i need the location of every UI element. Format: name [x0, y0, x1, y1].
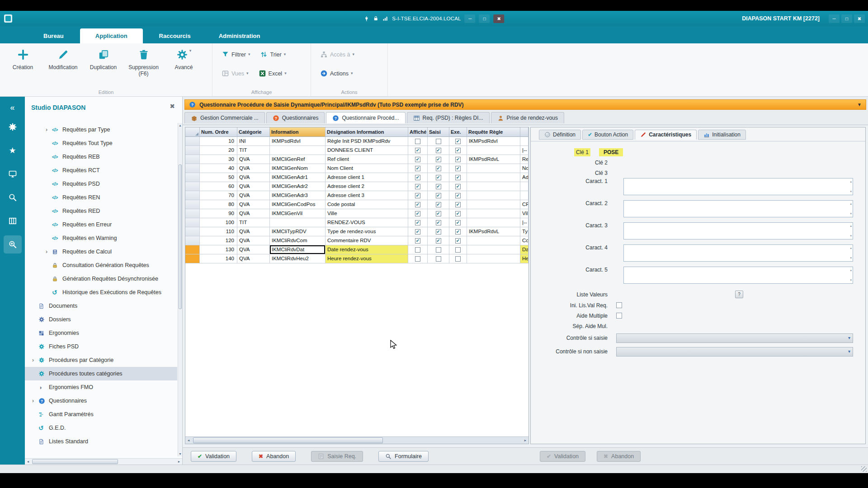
checkbox-checked[interactable]: ✔: [455, 157, 461, 162]
monitor-icon[interactable]: [4, 165, 22, 183]
abandon-button[interactable]: ✖Abandon: [597, 451, 641, 462]
grid-cell-exe[interactable]: ✔: [449, 227, 467, 236]
sidebar-item-gantt-param-tr-s[interactable]: Gantt Paramétrés: [25, 408, 177, 421]
grid-cell-ordre[interactable]: 30: [200, 155, 237, 164]
grid-cell-ordre[interactable]: 110: [200, 227, 237, 236]
grid-cell-categorie[interactable]: INI: [237, 137, 270, 146]
grid-cell-exe[interactable]: ✔: [449, 173, 467, 182]
checkbox-checked[interactable]: ✔: [455, 238, 461, 244]
grid-cell-extra[interactable]: Co: [520, 236, 528, 245]
validation-button[interactable]: ✔Validation: [191, 451, 236, 462]
grid-cell-ordre[interactable]: 40: [200, 164, 237, 173]
checkbox-checked[interactable]: ✔: [415, 157, 420, 162]
rdp-restore-button[interactable]: □: [479, 14, 490, 23]
grid-cell-ordre[interactable]: 100: [200, 218, 237, 227]
columns-icon[interactable]: [4, 212, 22, 230]
grid-cell-aff[interactable]: ✔: [408, 200, 428, 209]
grid-cell-sai[interactable]: ✔: [428, 191, 449, 200]
grid-cell-sai[interactable]: ✔: [428, 209, 449, 218]
row-selector[interactable]: [185, 164, 200, 173]
sidebar-item-ergonomies-fmo[interactable]: ◑Ergonomies FMO: [25, 380, 177, 394]
checkbox-checked[interactable]: ✔: [455, 184, 461, 189]
dropdown[interactable]: ▾: [616, 347, 853, 357]
close-button[interactable]: ✖: [854, 14, 865, 23]
checkbox-checked[interactable]: ✔: [455, 139, 461, 144]
grid-cell-aff[interactable]: ✔: [408, 209, 428, 218]
sidebar-item-historique-des-ex-cutions-de-requ-tes[interactable]: ↺Historique des Exécutions de Requêtes: [25, 286, 177, 299]
grid-cell-designation[interactable]: Nom Client: [326, 164, 408, 173]
chevron-down-icon[interactable]: ▼: [857, 102, 862, 107]
dropdown[interactable]: ▾: [616, 333, 853, 343]
grid-cell-extra[interactable]: [520, 137, 528, 146]
grid-cell-sai[interactable]: ✔: [428, 146, 449, 155]
grid-cell-designation[interactable]: DONNEES CLIENT: [326, 146, 408, 155]
grid-cell-sai[interactable]: ✔: [428, 236, 449, 245]
grid-cell-aff[interactable]: [408, 254, 428, 263]
checkbox-checked[interactable]: ✔: [455, 220, 461, 225]
grid-cell-information[interactable]: IKMCliGenAdr2: [270, 182, 326, 191]
grid-cell-sai[interactable]: [428, 254, 449, 263]
grid-cell-extra[interactable]: CP: [520, 200, 528, 209]
checkbox-checked[interactable]: ✔: [455, 211, 461, 216]
grid-cell-categorie[interactable]: TIT: [237, 146, 270, 155]
grid-cell-information[interactable]: [270, 146, 326, 155]
grid-cell-information[interactable]: IKMCliGenRef: [270, 155, 326, 164]
row-selector[interactable]: [185, 155, 200, 164]
validation-button[interactable]: ✔Validation: [540, 451, 585, 462]
grid-cell-regle[interactable]: IKMPsdRdvL: [467, 155, 520, 164]
checkbox-unchecked[interactable]: [436, 247, 441, 253]
checkbox-checked[interactable]: ✔: [436, 229, 441, 235]
spin-down-icon[interactable]: ▾: [850, 234, 852, 238]
row-selector[interactable]: [185, 236, 200, 245]
grid-cell-categorie[interactable]: QVA: [237, 173, 270, 182]
sidebar-item-documents[interactable]: Documents: [25, 299, 177, 313]
grid-cell-regle[interactable]: [467, 164, 520, 173]
avanc-button[interactable]: ▾Avancé: [164, 47, 204, 77]
detail-tab-initialisation[interactable]: Initialisation: [698, 130, 746, 140]
checkbox-checked[interactable]: ✔: [436, 220, 441, 225]
checkbox-checked[interactable]: ✔: [455, 202, 461, 207]
checkbox-checked[interactable]: ✔: [455, 229, 461, 235]
checkbox-checked[interactable]: ✔: [436, 238, 441, 244]
grid-cell-regle[interactable]: [467, 245, 520, 254]
minimize-button[interactable]: ─: [829, 14, 840, 23]
checkbox-unchecked[interactable]: [415, 256, 420, 262]
grid-cell-regle[interactable]: [467, 236, 520, 245]
grid-cell-exe[interactable]: ✔: [449, 191, 467, 200]
grid-cell-categorie[interactable]: QVA: [237, 155, 270, 164]
grid-cell-aff[interactable]: ✔: [408, 182, 428, 191]
checkbox-checked[interactable]: ✔: [436, 148, 441, 153]
grid-cell-categorie[interactable]: QVA: [237, 164, 270, 173]
detail-tab-d-finition[interactable]: Définition: [539, 130, 581, 140]
vues-button[interactable]: Vues▾: [222, 70, 249, 77]
checkbox-unchecked[interactable]: [455, 256, 461, 262]
text-area[interactable]: ▴▾: [623, 200, 853, 217]
grid-cell-exe[interactable]: ✔: [449, 146, 467, 155]
menu-tab-bureau[interactable]: Bureau: [32, 28, 75, 43]
row-selector[interactable]: [185, 137, 200, 146]
column-header-num-ordre[interactable]: Num. Ordre: [200, 127, 237, 137]
help-button[interactable]: ?: [735, 291, 743, 298]
checkbox-checked[interactable]: ✔: [436, 211, 441, 216]
grid-cell-designation[interactable]: Adresse client 1: [326, 173, 408, 182]
grid-cell-sai[interactable]: ✔: [428, 182, 449, 191]
checkbox-checked[interactable]: ✔: [455, 193, 461, 198]
sidebar-item-consultation-g-n-ration-requ-tes[interactable]: Consultation Génération Requêtes: [25, 258, 177, 272]
row-selector[interactable]: [185, 209, 200, 218]
row-selector[interactable]: [185, 254, 200, 263]
grid-horizontal-scrollbar[interactable]: ◄ ►: [185, 436, 528, 444]
doc-tab-req-psd-r-gles-di[interactable]: Req. (PSD) : Règles DI...: [407, 112, 490, 123]
checkbox-checked[interactable]: ✔: [415, 166, 420, 171]
grid-cell-regle[interactable]: [467, 146, 520, 155]
column-header-affich[interactable]: Affiché: [408, 127, 428, 137]
grid-cell-regle[interactable]: [467, 254, 520, 263]
sidebar-item-proc-dures-toutes-cat-gories[interactable]: Procédures toutes catégories: [25, 367, 177, 380]
grid-cell-categorie[interactable]: QVA: [237, 227, 270, 236]
grid-cell-sai[interactable]: [428, 137, 449, 146]
sidebar-item-dossiers[interactable]: Dossiers: [25, 313, 177, 326]
column-header-requ-te-r-gle[interactable]: Requête Règle: [467, 127, 520, 137]
scroll-right-icon[interactable]: ►: [522, 437, 528, 444]
detail-tab-bouton-action[interactable]: ✔Bouton Action: [582, 130, 633, 140]
grid-cell-extra[interactable]: He: [520, 254, 528, 263]
checkbox-checked[interactable]: ✔: [436, 184, 441, 189]
